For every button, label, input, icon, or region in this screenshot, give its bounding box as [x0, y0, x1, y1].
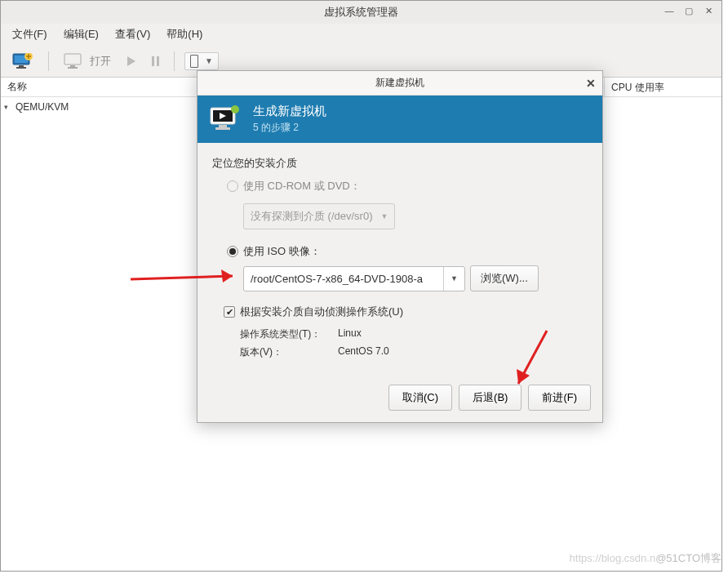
svg-rect-11 — [219, 125, 227, 127]
column-cpu-label: CPU 使用率 — [611, 82, 664, 93]
pause-button[interactable] — [147, 53, 164, 69]
version-value: CentOS 7.0 — [338, 345, 389, 359]
chevron-down-icon: ▼ — [205, 56, 213, 65]
titlebar: 虚拟系统管理器 — ▢ ✕ — [1, 1, 721, 24]
new-vm-button[interactable] — [7, 50, 38, 73]
cdrom-combo: 没有探测到介质 (/dev/sr0) ▼ — [243, 203, 395, 229]
back-button[interactable]: 后退(B) — [459, 385, 522, 411]
connection-label: QEMU/KVM — [16, 101, 69, 113]
dialog-header: 生成新虚拟机 5 的步骤 2 — [198, 96, 602, 143]
svg-rect-2 — [19, 65, 24, 67]
locate-media-heading: 定位您的安装介质 — [212, 156, 588, 171]
menu-edit[interactable]: 编辑(E) — [55, 24, 107, 44]
iso-dropdown-button[interactable]: ▼ — [443, 267, 464, 291]
iso-path-input[interactable] — [244, 267, 443, 291]
window-title: 虚拟系统管理器 — [324, 5, 398, 20]
menu-help[interactable]: 帮助(H) — [158, 24, 211, 44]
radio-cdrom[interactable] — [227, 180, 238, 192]
dialog-close-button[interactable]: ✕ — [586, 77, 596, 90]
cdrom-combo-text: 没有探测到介质 (/dev/sr0) — [251, 209, 373, 224]
dialog-header-text: 生成新虚拟机 5 的步骤 2 — [253, 104, 326, 135]
radio-iso[interactable] — [227, 246, 238, 257]
iso-row: ▼ 浏览(W)... — [243, 265, 588, 291]
play-button[interactable] — [122, 53, 140, 69]
autodetect-checkbox[interactable] — [224, 306, 235, 318]
version-label: 版本(V)： — [240, 345, 338, 359]
browse-button[interactable]: 浏览(W)... — [470, 265, 539, 291]
window-controls: — ▢ ✕ — [659, 2, 718, 19]
cancel-button[interactable]: 取消(C) — [388, 385, 452, 411]
iso-combo: ▼ — [243, 266, 465, 291]
separator — [48, 51, 49, 71]
os-type-label: 操作系统类型(T)： — [240, 327, 338, 341]
autodetect-row[interactable]: 根据安装介质自动侦测操作系统(U) — [224, 305, 588, 319]
svg-point-13 — [231, 105, 239, 113]
svg-rect-7 — [68, 67, 78, 69]
device-icon — [190, 55, 198, 68]
open-label: 打开 — [90, 54, 111, 69]
svg-rect-6 — [70, 65, 75, 67]
dialog-titlebar: 新建虚拟机 ✕ — [198, 71, 602, 96]
dialog-header-title: 生成新虚拟机 — [253, 104, 326, 119]
dialog-body: 定位您的安装介质 使用 CD-ROM 或 DVD： 没有探测到介质 (/dev/… — [198, 143, 602, 376]
forward-button[interactable]: 前进(F) — [528, 385, 591, 411]
dialog-title-text: 新建虚拟机 — [375, 76, 424, 90]
chevron-down-icon: ▼ — [381, 212, 388, 220]
radio-cdrom-row[interactable]: 使用 CD-ROM 或 DVD： — [227, 179, 588, 194]
open-button[interactable]: 打开 — [59, 50, 116, 73]
watermark: https://blog.csdn.n@51CTO博客 — [570, 551, 721, 566]
dialog-header-step: 5 的步骤 2 — [253, 121, 326, 135]
monitor-new-icon — [12, 53, 33, 69]
vm-header-icon — [209, 105, 242, 134]
column-cpu[interactable]: CPU 使用率 — [605, 78, 721, 96]
device-dropdown[interactable]: ▼ — [184, 52, 219, 70]
dialog-footer: 取消(C) 后退(B) 前进(F) — [198, 376, 602, 422]
svg-rect-3 — [16, 67, 26, 69]
maximize-button[interactable]: ▢ — [679, 2, 699, 19]
monitor-icon — [64, 53, 85, 69]
os-type-value: Linux — [338, 327, 362, 341]
expander-icon[interactable]: ▾ — [4, 103, 12, 111]
separator — [174, 51, 175, 71]
column-name-label: 名称 — [7, 80, 27, 94]
autodetect-label: 根据安装介质自动侦测操作系统(U) — [240, 305, 403, 319]
radio-iso-label: 使用 ISO 映像： — [243, 244, 321, 259]
svg-rect-5 — [64, 54, 81, 65]
menu-file[interactable]: 文件(F) — [4, 24, 55, 44]
new-vm-dialog: 新建虚拟机 ✕ 生成新虚拟机 5 的步骤 2 定位您的安装介质 使用 CD-RO… — [197, 70, 603, 423]
minimize-button[interactable]: — — [659, 2, 679, 19]
svg-rect-12 — [215, 127, 230, 130]
radio-iso-row[interactable]: 使用 ISO 映像： — [227, 244, 588, 259]
radio-cdrom-label: 使用 CD-ROM 或 DVD： — [243, 179, 361, 194]
os-info: 操作系统类型(T)： Linux 版本(V)： CentOS 7.0 — [240, 327, 588, 359]
close-button[interactable]: ✕ — [699, 2, 718, 19]
menu-view[interactable]: 查看(V) — [107, 24, 158, 44]
menubar: 文件(F) 编辑(E) 查看(V) 帮助(H) — [1, 24, 721, 45]
play-icon — [127, 56, 135, 66]
pause-icon — [152, 56, 159, 66]
